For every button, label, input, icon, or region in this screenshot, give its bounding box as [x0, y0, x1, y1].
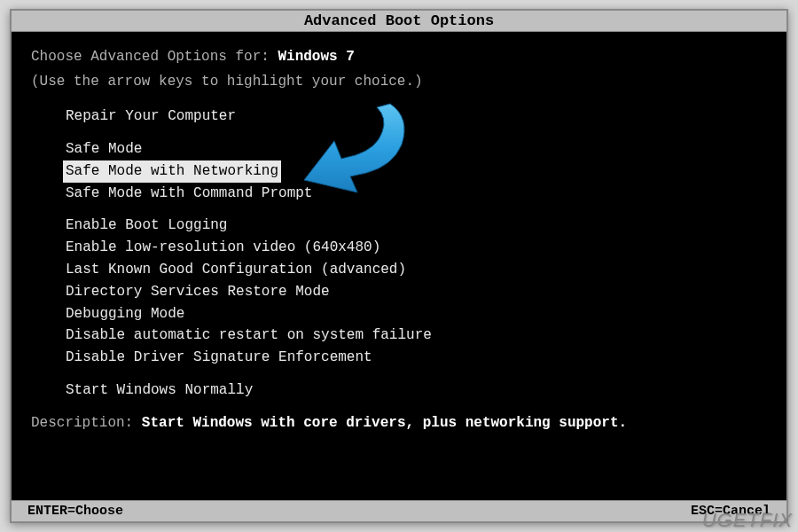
content-area: Choose Advanced Options for: Windows 7 (…: [12, 32, 786, 442]
boot-options-window: Advanced Boot Options Choose Advanced Op…: [10, 9, 788, 523]
menu-item-low-res[interactable]: Enable low-resolution video (640x480): [63, 237, 383, 259]
menu-item-safe-mode[interactable]: Safe Mode: [63, 138, 145, 160]
menu-item-disable-restart[interactable]: Disable automatic restart on system fail…: [63, 325, 434, 347]
menu-group-safemode: Safe Mode Safe Mode with Networking Safe…: [63, 138, 767, 204]
menu-item-debugging[interactable]: Debugging Mode: [63, 303, 187, 325]
menu-group-advanced: Enable Boot Logging Enable low-resolutio…: [63, 215, 767, 369]
prompt-text: Choose Advanced Options for:: [31, 49, 270, 65]
description-text: Start Windows with core drivers, plus ne…: [142, 415, 627, 431]
menu-item-safe-mode-cmd[interactable]: Safe Mode with Command Prompt: [63, 183, 315, 205]
instruction-text: (Use the arrow keys to highlight your ch…: [31, 71, 767, 94]
menu-group-normal: Start Windows Normally: [63, 379, 767, 402]
window-title: Advanced Boot Options: [304, 12, 494, 29]
description-label: Description:: [31, 415, 133, 431]
menu-item-start-normal[interactable]: Start Windows Normally: [63, 379, 255, 402]
prompt-line: Choose Advanced Options for: Windows 7: [31, 46, 767, 69]
menu-group-repair: Repair Your Computer: [63, 106, 767, 128]
menu-item-dsrm[interactable]: Directory Services Restore Mode: [63, 281, 332, 303]
menu-item-safe-mode-networking[interactable]: Safe Mode with Networking: [63, 160, 281, 183]
footer-bar: ENTER=Choose ESC=Cancel: [12, 500, 786, 521]
description-line: Description: Start Windows with core dri…: [31, 412, 767, 435]
menu-item-repair[interactable]: Repair Your Computer: [63, 106, 239, 128]
menu-item-disable-sig[interactable]: Disable Driver Signature Enforcement: [63, 347, 375, 369]
title-bar: Advanced Boot Options: [12, 11, 786, 32]
menu-item-boot-logging[interactable]: Enable Boot Logging: [63, 215, 230, 237]
os-name: Windows 7: [278, 49, 354, 65]
footer-enter: ENTER=Choose: [27, 504, 123, 519]
footer-esc: ESC=Cancel: [691, 504, 771, 519]
menu-item-lkgc[interactable]: Last Known Good Configuration (advanced): [63, 259, 409, 281]
